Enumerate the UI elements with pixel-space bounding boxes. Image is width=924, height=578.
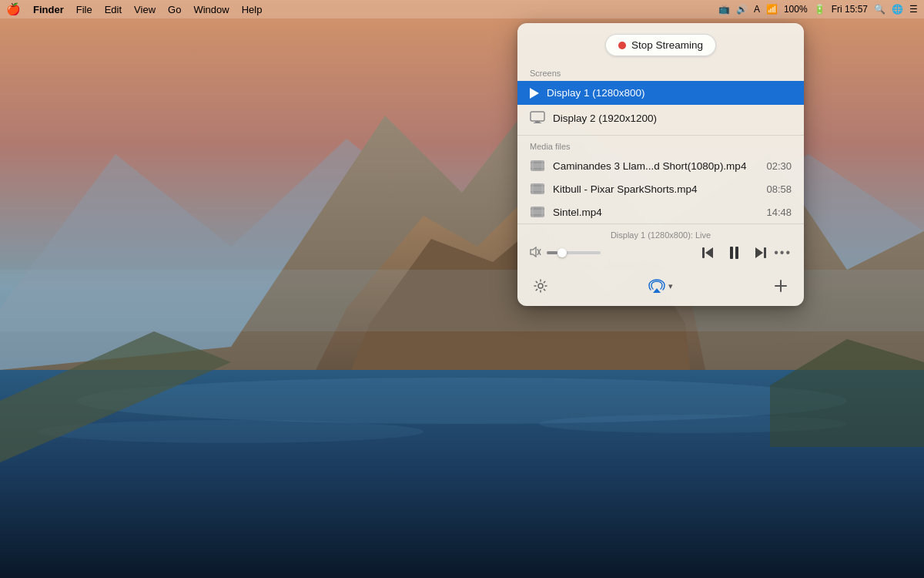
media3-name: Sintel.mp4 (553, 207, 758, 218)
more-options-button[interactable]: ••• (774, 246, 792, 260)
apple-menu[interactable]: 🍎 (6, 2, 21, 16)
airplay-icon (648, 279, 665, 293)
svg-marker-36 (755, 247, 763, 258)
airplay-status-icon: 📺 (718, 4, 730, 15)
svg-rect-24 (541, 183, 544, 194)
menu-go[interactable]: Go (168, 4, 181, 15)
svg-rect-14 (534, 123, 541, 123)
add-button[interactable] (770, 275, 792, 297)
keyboard-icon: A (754, 4, 760, 15)
svg-rect-29 (541, 207, 544, 217)
clock: Fri 15:57 (832, 4, 868, 15)
media3-duration: 14:48 (766, 207, 792, 218)
transport-controls (701, 246, 768, 260)
stop-streaming-button[interactable]: Stop Streaming (605, 34, 716, 56)
media2-duration: 08:58 (766, 183, 792, 195)
svg-rect-28 (531, 207, 534, 217)
search-icon[interactable]: 🔍 (874, 4, 886, 15)
wifi-icon: 📶 (766, 4, 778, 15)
airplay-chevron-icon: ▾ (668, 281, 673, 291)
media2-name: Kitbull - Pixar SparkShorts.mp4 (553, 183, 758, 195)
monitor-icon (530, 111, 545, 123)
settings-button[interactable] (530, 275, 551, 297)
skip-forward-button[interactable] (754, 246, 768, 260)
desktop: 🍎 Finder File Edit View Go Window Help 📺… (0, 0, 924, 578)
menu-file[interactable]: File (76, 4, 92, 15)
mute-icon[interactable] (530, 247, 542, 260)
menubar: 🍎 Finder File Edit View Go Window Help 📺… (0, 0, 924, 18)
volume-knob[interactable] (557, 248, 567, 257)
app-name[interactable]: Finder (33, 4, 64, 15)
gear-icon (534, 279, 547, 293)
playback-controls: ••• (530, 246, 792, 260)
battery-icon: 🔋 (814, 4, 825, 15)
menubar-right: 📺 🔊 A 📶 100% 🔋 Fri 15:57 🔍 🌐 ☰ (718, 4, 918, 15)
pause-icon (730, 247, 738, 259)
menu-view[interactable]: View (134, 4, 156, 15)
film-icon-3 (530, 206, 545, 218)
media-item-3[interactable]: Sintel.mp4 14:48 (517, 200, 804, 223)
menu-window[interactable]: Window (193, 4, 229, 15)
display2-label: Display 2 (1920x1200) (553, 113, 657, 124)
volume-section (530, 247, 695, 260)
svg-rect-13 (535, 121, 540, 123)
stop-dot-icon (618, 42, 626, 49)
svg-point-37 (538, 284, 543, 288)
playback-status: Display 1 (1280x800): Live (530, 230, 792, 240)
menu-help[interactable]: Help (242, 4, 263, 15)
skip-back-button[interactable] (701, 246, 715, 260)
popup-panel: Stop Streaming Screens Display 1 (1280x8… (517, 23, 804, 306)
playback-area: Display 1 (1280x800): Live (517, 223, 804, 269)
play-icon (530, 88, 539, 99)
svg-rect-33 (702, 247, 705, 258)
bottom-bar: ▾ (517, 269, 804, 306)
menubar-left: 🍎 Finder File Edit View Go Window Help (6, 2, 262, 16)
svg-rect-23 (531, 183, 534, 194)
stop-streaming-label: Stop Streaming (631, 39, 703, 51)
skip-back-icon (701, 246, 715, 260)
svg-marker-30 (531, 247, 536, 257)
siri-icon[interactable]: 🌐 (892, 4, 903, 15)
volume-slider[interactable] (547, 251, 601, 254)
skip-forward-icon (754, 246, 768, 260)
svg-point-7 (38, 420, 424, 443)
notification-icon[interactable]: ☰ (909, 4, 918, 15)
film-icon-1 (530, 160, 545, 172)
plus-icon (774, 279, 788, 293)
svg-marker-34 (705, 247, 713, 258)
display1-label: Display 1 (1280x800) (547, 87, 645, 99)
menu-edit[interactable]: Edit (105, 4, 122, 15)
battery-percent: 100% (784, 4, 808, 15)
volume-icon: 🔊 (736, 4, 748, 15)
display1-item[interactable]: Display 1 (1280x800) (517, 81, 804, 105)
media1-name: Caminandes 3 Llam...d Short(1080p).mp4 (553, 160, 758, 172)
media-item-2[interactable]: Kitbull - Pixar SparkShorts.mp4 08:58 (517, 177, 804, 200)
airplay-section[interactable]: ▾ (648, 279, 673, 293)
speaker-muted-icon (530, 247, 542, 257)
section-divider (517, 135, 804, 136)
pause-button[interactable] (730, 247, 738, 259)
svg-rect-19 (541, 160, 544, 171)
media-section-header: Media files (517, 139, 804, 154)
film-icon-2 (530, 183, 545, 195)
screens-section-header: Screens (517, 66, 804, 81)
svg-rect-18 (531, 160, 534, 171)
svg-rect-35 (764, 247, 766, 258)
media-item-1[interactable]: Caminandes 3 Llam...d Short(1080p).mp4 0… (517, 154, 804, 177)
media1-duration: 02:30 (766, 160, 792, 172)
svg-rect-12 (531, 112, 544, 121)
stop-streaming-row: Stop Streaming (517, 23, 804, 66)
display2-item[interactable]: Display 2 (1920x1200) (517, 105, 804, 132)
